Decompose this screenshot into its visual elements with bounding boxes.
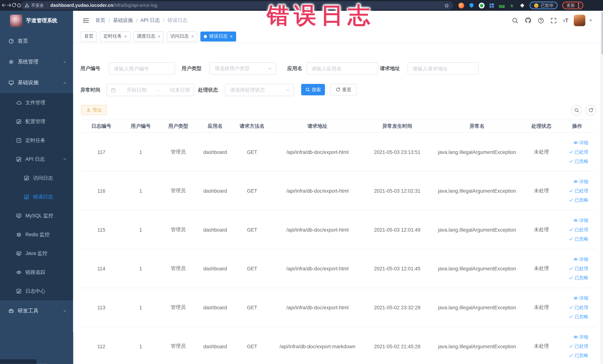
security-warning-icon[interactable] xyxy=(25,3,29,8)
blue-shield-extension-icon[interactable] xyxy=(469,3,474,8)
user-menu[interactable] xyxy=(574,15,592,26)
action-详细[interactable]: 详细 xyxy=(573,140,588,146)
search-button[interactable]: 搜索 xyxy=(301,84,325,95)
tags-view-bar: 首页定时任务×调度日志×访问日志×错误日志× xyxy=(73,30,603,43)
request-url-input[interactable] xyxy=(408,62,479,75)
check-icon xyxy=(569,314,573,319)
exception-time-range-picker[interactable]: 开始日期 - 结束日期 xyxy=(107,84,194,96)
close-icon[interactable]: × xyxy=(124,34,127,39)
close-icon[interactable]: × xyxy=(230,34,233,39)
browser-menu-icon[interactable] xyxy=(578,3,579,8)
action-详细[interactable]: 详细 xyxy=(573,178,588,185)
action-详细[interactable]: 详细 xyxy=(573,256,588,263)
git-extension-icon[interactable]: GIT xyxy=(499,3,505,8)
reset-button[interactable]: 重置 xyxy=(330,84,357,95)
search-button-label: 搜索 xyxy=(312,86,321,93)
github-icon[interactable] xyxy=(525,17,532,24)
orange-extension-icon[interactable] xyxy=(458,2,464,8)
tab-定时任务[interactable]: 定时任务× xyxy=(100,31,130,41)
sidebar-item-mysql[interactable]: MySQL 监控 xyxy=(0,206,73,225)
tab-错误日志[interactable]: 错误日志× xyxy=(200,31,236,41)
filter-exception-time: 异常时间 开始日期 - 结束日期 xyxy=(81,84,194,96)
help-icon[interactable] xyxy=(538,17,544,23)
eye-icon xyxy=(573,335,578,339)
update-browser-button[interactable]: 更新 xyxy=(562,1,583,9)
search-icon xyxy=(305,87,310,92)
sidebar-item-java[interactable]: Java 监控 xyxy=(0,244,73,263)
sidebar-collapse-icon[interactable] xyxy=(83,17,89,24)
action-已处理[interactable]: 已处理 xyxy=(569,188,588,194)
sidebar-item-label: Redis 监控 xyxy=(25,231,49,238)
refresh-table-button[interactable] xyxy=(586,105,596,115)
action-已忽略[interactable]: 已忽略 xyxy=(569,236,588,242)
grid-extension-icon[interactable] xyxy=(489,3,494,8)
action-详细[interactable]: 详细 xyxy=(573,334,588,340)
app-name-input[interactable] xyxy=(306,62,378,75)
scrollbar-thumb[interactable] xyxy=(602,12,603,54)
sidebar-item-label: Java 监控 xyxy=(25,250,47,257)
url-host[interactable]: dashboard.yudao.iocoder.cn xyxy=(50,3,113,8)
plant-extension-icon[interactable] xyxy=(510,3,515,8)
sidebar-item-config[interactable]: 配置管理 xyxy=(0,112,73,131)
close-icon[interactable]: × xyxy=(191,34,194,39)
action-详细[interactable]: 详细 xyxy=(573,295,588,301)
puzzle-extensions-icon[interactable] xyxy=(520,3,525,8)
action-已忽略[interactable]: 已忽略 xyxy=(569,197,588,203)
action-已忽略[interactable]: 已忽略 xyxy=(569,158,588,164)
paused-profile-chip[interactable]: 已暂停 xyxy=(530,1,557,9)
fullscreen-icon[interactable] xyxy=(550,17,557,23)
url-path[interactable]: /infra/log/api-error-log xyxy=(113,3,157,8)
export-button[interactable]: 导出 xyxy=(81,105,107,115)
sidebar-item-home[interactable]: 首页 xyxy=(0,31,73,52)
address-bar[interactable]: 不安全 dashboard.yudao.iocoder.cn/infra/log… xyxy=(21,1,453,10)
sidebar-item-job[interactable]: 定时任务 xyxy=(0,131,73,150)
cell-method: GET xyxy=(234,188,270,194)
green-circle-extension-icon[interactable] xyxy=(479,2,485,8)
sidebar-item-file[interactable]: 文件管理 xyxy=(0,93,73,112)
user-type-select[interactable]: 请选择用户类型 xyxy=(210,62,276,75)
breadcrumb-item[interactable]: 首页 xyxy=(95,17,105,24)
browser-reload-icon[interactable] xyxy=(12,3,16,8)
redis-icon xyxy=(16,232,22,237)
sidebar-item-infra[interactable]: 基础设施 xyxy=(0,72,73,93)
check-icon xyxy=(569,237,573,241)
action-已忽略[interactable]: 已忽略 xyxy=(569,274,588,281)
sidebar-item-redis[interactable]: Redis 监控 xyxy=(0,225,73,244)
search-icon[interactable] xyxy=(512,17,518,23)
action-已忽略[interactable]: 已忽略 xyxy=(569,352,588,359)
font-size-icon[interactable]: TT xyxy=(563,18,568,23)
sidebar-item-label: 定时任务 xyxy=(25,137,46,144)
action-已忽略[interactable]: 已忽略 xyxy=(569,313,588,320)
sidebar-item-system[interactable]: 系统管理 xyxy=(0,52,73,72)
security-label[interactable]: 不安全 xyxy=(31,2,44,8)
cell-exception: java.lang.IllegalArgumentException xyxy=(430,343,524,349)
process-status-select[interactable]: 请选择处理状态 xyxy=(225,84,294,96)
avatar[interactable] xyxy=(574,15,585,26)
sidebar-item-access-log[interactable]: 访问日志 xyxy=(0,169,73,188)
scrollbar[interactable] xyxy=(601,11,603,364)
sidebar-item-dev-tools[interactable]: 研发工具 xyxy=(0,300,73,321)
user-id-input[interactable] xyxy=(109,62,175,75)
breadcrumb-item[interactable]: API 日志 xyxy=(140,17,160,24)
action-已处理[interactable]: 已处理 xyxy=(569,343,588,350)
sidebar-item-trace[interactable]: 链路追踪 xyxy=(0,263,73,282)
tab-首页[interactable]: 首页 xyxy=(81,31,97,41)
tab-访问日志[interactable]: 访问日志× xyxy=(167,31,197,41)
action-已处理[interactable]: 已处理 xyxy=(569,304,588,311)
logo-area[interactable]: 芋道管理系统 xyxy=(0,11,73,31)
sidebar-item-log-center[interactable]: 日志中心 xyxy=(0,282,73,301)
sidebar-item-error-log[interactable]: 错误日志 xyxy=(0,187,73,206)
action-已处理[interactable]: 已处理 xyxy=(569,265,588,272)
action-详细[interactable]: 详细 xyxy=(573,217,588,224)
bookmark-star-icon[interactable] xyxy=(444,3,449,8)
browser-forward-icon[interactable] xyxy=(7,3,12,8)
sidebar-item-api-log[interactable]: API 日志 xyxy=(0,150,73,169)
browser-back-icon[interactable] xyxy=(1,3,7,8)
cell-app: dashboard xyxy=(197,266,234,271)
tab-调度日志[interactable]: 调度日志× xyxy=(133,31,164,41)
close-icon[interactable]: × xyxy=(158,34,161,39)
breadcrumb-item[interactable]: 基础设施 xyxy=(113,17,133,24)
action-已处理[interactable]: 已处理 xyxy=(569,149,588,155)
toggle-search-button[interactable] xyxy=(571,105,582,115)
action-已处理[interactable]: 已处理 xyxy=(569,226,588,233)
